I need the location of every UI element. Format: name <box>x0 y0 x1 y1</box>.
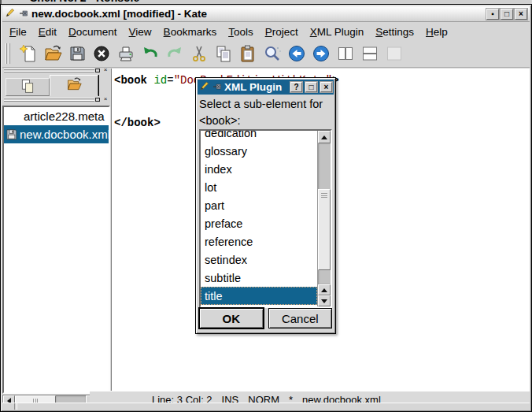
save-icon <box>68 44 87 63</box>
blank-view-button[interactable] <box>382 43 406 65</box>
maximize-button[interactable]: □ <box>501 9 513 20</box>
list-item-title[interactable]: title <box>201 287 317 305</box>
dock-grip[interactable] <box>4 98 94 102</box>
close-document-icon <box>92 44 111 63</box>
redo-icon <box>165 44 184 63</box>
sub-element-list: dedicationglossaryindexlotpartprefaceref… <box>199 129 332 308</box>
documents-icon <box>20 78 35 97</box>
sidebar: × × article228.metanew.docbook.xml <box>2 67 110 406</box>
list-item-index[interactable]: index <box>201 160 317 178</box>
scroll-up-icon[interactable] <box>318 284 331 295</box>
dialog-message: Select a sub-element for <book>: <box>199 96 332 129</box>
copy-icon <box>214 44 233 63</box>
list-item-subtitle[interactable]: subtitle <box>201 269 317 287</box>
dialog-maximize-button[interactable]: □ <box>305 82 317 92</box>
dialog-titlebar[interactable]: XML Plugin ?□× <box>198 80 334 95</box>
list-item-glossary[interactable]: glossary <box>201 142 317 160</box>
dialog-close-button[interactable]: × <box>320 82 332 92</box>
new-document-button[interactable] <box>16 43 40 65</box>
menu-settings[interactable]: Settings <box>375 26 414 38</box>
modified-floppy-icon <box>6 128 17 140</box>
dialog-buttons: OK Cancel <box>199 308 332 328</box>
ok-button[interactable]: OK <box>199 308 264 328</box>
menu-bookmarks[interactable]: Bookmarks <box>164 26 217 38</box>
list-item-lot[interactable]: lot <box>201 178 317 196</box>
paste-icon <box>238 44 257 63</box>
list-item-setindex[interactable]: setindex <box>201 251 317 269</box>
kate-app-icon <box>5 7 16 21</box>
scrollbar-thumb[interactable] <box>318 189 331 270</box>
forward-button[interactable] <box>308 43 333 65</box>
dock-float-icon[interactable] <box>94 96 101 102</box>
list-vertical-scrollbar[interactable] <box>317 131 331 306</box>
forward-icon <box>312 44 331 63</box>
toolbar-drag-handle[interactable] <box>6 43 12 64</box>
pin-icon[interactable] <box>19 7 28 21</box>
split-horizontal-icon <box>360 44 379 63</box>
list-items: dedicationglossaryindexlotpartprefaceref… <box>201 129 317 306</box>
list-item-reference[interactable]: reference <box>201 232 317 251</box>
open-folder-tab-icon <box>66 76 82 95</box>
file-list: article228.metanew.docbook.xml <box>2 106 110 394</box>
minimize-button[interactable]: ▪ <box>486 9 499 20</box>
dialog-help-button[interactable]: ? <box>290 82 302 92</box>
list-item-preface[interactable]: preface <box>201 214 317 232</box>
sidebar-tab-documents[interactable] <box>6 78 50 96</box>
scrollbar-track[interactable] <box>318 143 331 284</box>
file-list-item[interactable]: new.docbook.xml <box>4 125 109 143</box>
split-horizontal-button[interactable] <box>357 43 382 65</box>
sidebar-tab-open-folder-tab[interactable] <box>50 75 98 96</box>
open-folder-button[interactable] <box>40 43 65 65</box>
list-item-part[interactable]: part <box>201 196 317 214</box>
scroll-down-icon[interactable] <box>318 295 331 306</box>
menu-xml-plugin[interactable]: XML Plugin <box>310 26 364 38</box>
close-button[interactable]: × <box>515 9 527 20</box>
close-document-button[interactable] <box>89 43 113 65</box>
copy-button[interactable] <box>211 43 235 65</box>
blank-view-icon <box>385 44 404 63</box>
window-controls: ▪□× <box>486 9 527 20</box>
cancel-button[interactable]: Cancel <box>268 308 333 328</box>
undo-button[interactable] <box>138 43 162 65</box>
pin-icon[interactable] <box>212 80 222 95</box>
cut-icon <box>190 44 209 63</box>
undo-icon <box>141 44 160 63</box>
menu-tools[interactable]: Tools <box>228 26 253 38</box>
sidebar-dock-header[interactable]: × <box>2 67 110 75</box>
menu-project[interactable]: Project <box>265 26 298 38</box>
filelist-dock-header[interactable]: × <box>2 96 110 106</box>
scroll-up-icon[interactable] <box>318 131 331 143</box>
menu-edit[interactable]: Edit <box>39 26 57 38</box>
window-bottom-border <box>2 403 530 410</box>
redo-button[interactable] <box>162 43 187 65</box>
menu-document[interactable]: Document <box>68 26 117 38</box>
file-name: new.docbook.xml <box>20 128 109 141</box>
file-list-item[interactable]: article228.meta <box>4 107 109 125</box>
titlebar[interactable]: new.docbook.xml [modified] - Kate ▪□× <box>2 6 530 22</box>
back-button[interactable] <box>284 43 308 65</box>
menu-help[interactable]: Help <box>426 26 448 38</box>
dialog-controls: ?□× <box>290 82 332 92</box>
save-button[interactable] <box>65 43 89 65</box>
file-name: article228.meta <box>24 109 105 123</box>
cut-button[interactable] <box>187 43 211 65</box>
find-button[interactable] <box>260 43 284 65</box>
print-button[interactable] <box>113 43 138 65</box>
statusbar-resize-notch <box>14 403 17 410</box>
dock-controls: × <box>94 96 109 102</box>
paste-button[interactable] <box>235 43 260 65</box>
token-operator: = <box>167 74 173 87</box>
split-vertical-button[interactable] <box>333 43 357 65</box>
toolbar <box>2 40 530 68</box>
dock-grip[interactable] <box>4 69 94 73</box>
dock-close-icon[interactable]: × <box>102 96 109 102</box>
menu-file[interactable]: File <box>9 26 27 38</box>
open-folder-icon <box>43 44 62 63</box>
back-icon <box>287 44 306 63</box>
dock-float-icon[interactable] <box>94 67 101 73</box>
sidebar-tabbar <box>2 75 110 96</box>
token-attribute: id <box>153 74 167 87</box>
menu-view[interactable]: View <box>129 26 152 38</box>
dock-close-icon[interactable]: × <box>102 67 109 73</box>
list-item-dedication[interactable]: dedication <box>201 129 317 142</box>
